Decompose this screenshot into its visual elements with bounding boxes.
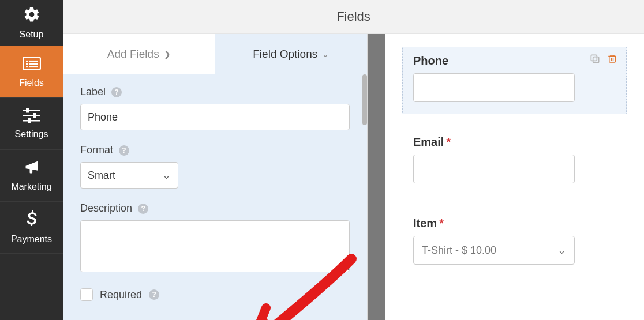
dollar-icon <box>26 210 38 231</box>
tab-field-options[interactable]: Field Options ⌄ <box>215 34 368 74</box>
duplicate-icon[interactable] <box>589 53 601 65</box>
preview-item-value: T-Shirt - $ 10.00 <box>422 244 496 257</box>
description-textarea[interactable] <box>80 220 350 272</box>
help-icon[interactable]: ? <box>138 204 148 214</box>
preview-field-phone[interactable]: Phone <box>402 47 627 114</box>
tab-label: Add Fields <box>107 48 159 61</box>
panel-divider <box>368 34 385 320</box>
svg-rect-10 <box>33 113 36 118</box>
app-sidebar: Setup Fields Settings Marketing Payments <box>0 0 63 320</box>
chevron-down-icon: ⌄ <box>162 169 171 182</box>
sidebar-item-settings[interactable]: Settings <box>0 98 63 150</box>
sliders-icon <box>23 108 40 126</box>
required-label: Required <box>100 289 142 301</box>
preview-email-label: Email <box>413 135 444 148</box>
svg-rect-15 <box>609 57 616 63</box>
svg-rect-13 <box>593 57 599 63</box>
tab-add-fields[interactable]: Add Fields ❯ <box>63 34 215 74</box>
form-preview: Phone Email* Item* T-Shirt - $ 10.00 <box>385 34 644 320</box>
svg-rect-9 <box>23 115 40 116</box>
sidebar-item-label: Settings <box>15 129 48 140</box>
format-label: Format <box>80 144 113 156</box>
preview-field-item[interactable]: Item* T-Shirt - $ 10.00 ⌄ <box>402 209 627 277</box>
help-icon[interactable]: ? <box>119 145 129 156</box>
help-icon[interactable]: ? <box>149 289 159 300</box>
list-icon <box>23 55 41 74</box>
preview-field-email[interactable]: Email* <box>402 128 627 195</box>
format-select[interactable]: Smart ⌄ <box>80 162 178 189</box>
trash-icon[interactable] <box>606 53 618 65</box>
chevron-right-icon: ❯ <box>164 50 171 59</box>
sidebar-item-label: Marketing <box>11 182 51 192</box>
sidebar-item-fields[interactable]: Fields <box>0 46 63 98</box>
required-checkbox[interactable] <box>80 288 93 301</box>
format-value: Smart <box>88 170 115 182</box>
gear-icon <box>23 6 40 26</box>
chevron-down-icon: ⌄ <box>322 50 329 59</box>
sidebar-item-label: Setup <box>20 29 44 40</box>
sidebar-item-label: Payments <box>11 234 52 244</box>
svg-rect-14 <box>591 55 597 61</box>
page-title-bar: Fields <box>63 0 644 34</box>
preview-phone-input[interactable] <box>413 73 575 102</box>
sidebar-item-setup[interactable]: Setup <box>0 0 63 46</box>
label-label: Label <box>80 86 106 98</box>
svg-rect-7 <box>23 110 40 111</box>
required-star-icon: * <box>446 135 451 148</box>
preview-email-input[interactable] <box>413 155 575 183</box>
field-options-panel: Add Fields ❯ Field Options ⌄ Label ? <box>63 34 368 320</box>
sidebar-item-label: Fields <box>19 78 44 88</box>
megaphone-icon <box>23 159 40 178</box>
scrollbar-thumb[interactable] <box>362 74 367 125</box>
help-icon[interactable]: ? <box>111 87 122 97</box>
panel-tabs: Add Fields ❯ Field Options ⌄ <box>63 34 367 74</box>
chevron-down-icon: ⌄ <box>557 244 566 257</box>
label-input[interactable] <box>80 104 350 130</box>
svg-rect-8 <box>26 108 29 113</box>
required-star-icon: * <box>439 217 444 229</box>
preview-item-select[interactable]: T-Shirt - $ 10.00 ⌄ <box>413 236 575 265</box>
svg-rect-11 <box>23 120 40 122</box>
tab-label: Field Options <box>253 48 317 61</box>
description-label: Description <box>80 202 132 214</box>
preview-item-label: Item <box>413 217 437 229</box>
preview-phone-label: Phone <box>413 54 448 67</box>
sidebar-item-marketing[interactable]: Marketing <box>0 150 63 202</box>
page-title: Fields <box>336 9 370 24</box>
svg-rect-12 <box>28 118 31 123</box>
sidebar-item-payments[interactable]: Payments <box>0 202 63 254</box>
